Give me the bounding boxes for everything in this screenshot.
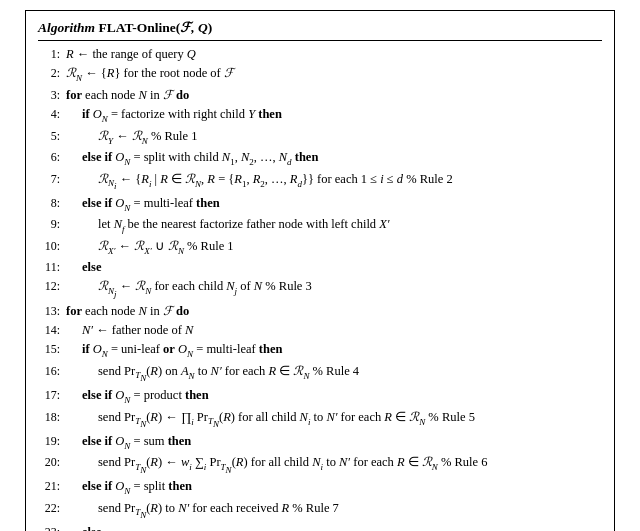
algorithm-title: Algorithm — [38, 20, 95, 35]
line-num-5: 5: — [38, 127, 60, 146]
line-num-19: 19: — [38, 432, 60, 451]
line-num-11: 11: — [38, 258, 60, 277]
line-content-4: if ON = factorize with right child Y the… — [66, 105, 602, 126]
line-content-9: let Nf be the nearest factorize father n… — [66, 215, 602, 236]
algo-line-11: 11: else — [38, 258, 602, 277]
line-content-8: else if ON = multi-leaf then — [66, 194, 602, 215]
line-num-16: 16: — [38, 362, 60, 381]
algorithm-container: Algorithm FLAT-Online(ℱ, Q) 1: R ← the r… — [25, 10, 615, 531]
line-content-19: else if ON = sum then — [66, 432, 602, 453]
line-num-8: 8: — [38, 194, 60, 213]
line-content-17: else if ON = product then — [66, 386, 602, 407]
line-num-13: 13: — [38, 302, 60, 321]
line-content-10: ℛX′ ← ℛX′ ∪ ℛN % Rule 1 — [66, 237, 602, 258]
algo-line-23: 23: else — [38, 523, 602, 531]
line-num-9: 9: — [38, 215, 60, 234]
line-content-16: send PrTN(R) on AN to N′ for each R ∈ ℛN… — [66, 362, 602, 386]
algo-line-2: 2: ℛN ← {R} for the root node of ℱ — [38, 64, 602, 85]
algo-line-16: 16: send PrTN(R) on AN to N′ for each R … — [38, 362, 602, 386]
algo-line-8: 8: else if ON = multi-leaf then — [38, 194, 602, 215]
line-content-2: ℛN ← {R} for the root node of ℱ — [66, 64, 602, 85]
line-content-23: else — [66, 523, 602, 531]
line-content-12: ℛNj ← ℛN for each child Nj of N % Rule 3 — [66, 277, 602, 301]
line-content-7: ℛNi ← {Ri | R ∈ ℛN, R = {R1, R2, …, Rd}}… — [66, 170, 602, 194]
algo-line-21: 21: else if ON = split then — [38, 477, 602, 498]
algo-line-1: 1: R ← the range of query Q — [38, 45, 602, 64]
algo-line-14: 14: N′ ← father node of N — [38, 321, 602, 340]
line-content-22: send PrTN(R) to N′ for each received R %… — [66, 499, 602, 523]
line-content-5: ℛY ← ℛN % Rule 1 — [66, 127, 602, 148]
line-content-20: send PrTN(R) ← wi ∑i PrTN(R) for all chi… — [66, 453, 602, 477]
line-content-13: for each node N in ℱ do — [66, 302, 602, 321]
algo-line-3: 3: for each node N in ℱ do — [38, 86, 602, 105]
algo-line-10: 10: ℛX′ ← ℛX′ ∪ ℛN % Rule 1 — [38, 237, 602, 258]
line-num-2: 2: — [38, 64, 60, 83]
algorithm-header: Algorithm FLAT-Online(ℱ, Q) — [38, 19, 602, 41]
line-num-1: 1: — [38, 45, 60, 64]
algo-line-4: 4: if ON = factorize with right child Y … — [38, 105, 602, 126]
algo-line-7: 7: ℛNi ← {Ri | R ∈ ℛN, R = {R1, R2, …, R… — [38, 170, 602, 194]
algo-line-15: 15: if ON = uni-leaf or ON = multi-leaf … — [38, 340, 602, 361]
algorithm-lines: 1: R ← the range of query Q 2: ℛN ← {R} … — [38, 45, 602, 531]
line-num-22: 22: — [38, 499, 60, 518]
line-num-14: 14: — [38, 321, 60, 340]
line-num-21: 21: — [38, 477, 60, 496]
algo-line-19: 19: else if ON = sum then — [38, 432, 602, 453]
algorithm-params: ℱ, Q — [180, 20, 208, 35]
line-content-15: if ON = uni-leaf or ON = multi-leaf then — [66, 340, 602, 361]
line-num-3: 3: — [38, 86, 60, 105]
algo-line-13: 13: for each node N in ℱ do — [38, 302, 602, 321]
algo-line-9: 9: let Nf be the nearest factorize fathe… — [38, 215, 602, 236]
algo-line-5: 5: ℛY ← ℛN % Rule 1 — [38, 127, 602, 148]
line-num-4: 4: — [38, 105, 60, 124]
line-num-10: 10: — [38, 237, 60, 256]
line-content-14: N′ ← father node of N — [66, 321, 602, 340]
line-num-17: 17: — [38, 386, 60, 405]
algo-line-6: 6: else if ON = split with child N1, N2,… — [38, 148, 602, 169]
line-num-7: 7: — [38, 170, 60, 189]
algo-line-17: 17: else if ON = product then — [38, 386, 602, 407]
line-content-3: for each node N in ℱ do — [66, 86, 602, 105]
line-content-21: else if ON = split then — [66, 477, 602, 498]
line-content-1: R ← the range of query Q — [66, 45, 602, 64]
algo-line-18: 18: send PrTN(R) ← ∏i PrTN(R) for all ch… — [38, 408, 602, 432]
line-num-15: 15: — [38, 340, 60, 359]
algo-line-20: 20: send PrTN(R) ← wi ∑i PrTN(R) for all… — [38, 453, 602, 477]
algo-line-12: 12: ℛNj ← ℛN for each child Nj of N % Ru… — [38, 277, 602, 301]
line-content-11: else — [66, 258, 602, 277]
line-num-18: 18: — [38, 408, 60, 427]
line-num-12: 12: — [38, 277, 60, 296]
line-content-18: send PrTN(R) ← ∏i PrTN(R) for all child … — [66, 408, 602, 432]
line-num-20: 20: — [38, 453, 60, 472]
line-num-23: 23: — [38, 523, 60, 531]
line-num-6: 6: — [38, 148, 60, 167]
line-content-6: else if ON = split with child N1, N2, …,… — [66, 148, 602, 169]
algo-line-22: 22: send PrTN(R) to N′ for each received… — [38, 499, 602, 523]
